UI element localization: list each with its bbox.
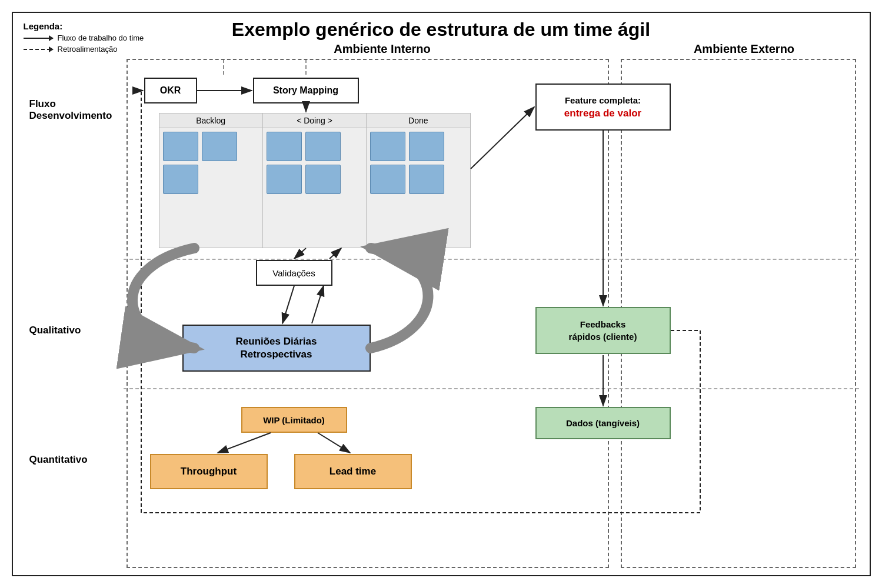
feature-text: Feature completa: entrega de valor <box>564 94 641 121</box>
kanban-card <box>370 165 405 194</box>
kanban-cards-row-6 <box>370 165 466 194</box>
kanban-body <box>159 128 470 248</box>
solid-arrow-icon <box>24 38 53 39</box>
reunioes-text: Reuniões Diárias Retrospectivas <box>236 335 317 361</box>
row-label-qualitativo: Qualitativo <box>29 325 81 336</box>
feature-box: Feature completa: entrega de valor <box>535 83 671 131</box>
leadtime-box: Lead time <box>294 454 412 489</box>
kanban-cards-row-1 <box>163 132 259 161</box>
col-header-externo: Ambiente Externo <box>630 42 859 56</box>
kanban-card <box>267 132 302 161</box>
dados-box: Dados (tangíveis) <box>535 407 671 439</box>
kanban-card <box>163 165 198 194</box>
throughput-box: Throughput <box>150 454 268 489</box>
kanban-cards-row-5 <box>370 132 466 161</box>
kanban-cards-row-4 <box>267 165 362 194</box>
kanban-lane-done <box>367 128 470 248</box>
validacoes-box: Validações <box>256 260 332 286</box>
row-label-fluxo: Fluxo Desenvolvimento <box>29 98 112 122</box>
kanban-col-doing: < Doing > <box>263 113 367 128</box>
feature-red-text: entrega de valor <box>564 106 641 121</box>
reunioes-box: Reuniões Diárias Retrospectivas <box>182 325 371 372</box>
row-divider-1 <box>124 259 859 260</box>
legend-title: Legenda: <box>24 21 144 31</box>
kanban-card <box>370 132 405 161</box>
main-container: Exemplo genérico de estrutura de um time… <box>12 12 871 576</box>
story-mapping-box: Story Mapping <box>253 78 359 103</box>
kanban-lane-backlog <box>159 128 263 248</box>
kanban-card <box>202 132 237 161</box>
kanban-cards-row-2 <box>163 165 259 194</box>
okr-box: OKR <box>144 78 197 103</box>
row-divider-2 <box>124 388 859 389</box>
solid-arrow-label: Fluxo de trabalho do time <box>58 34 144 42</box>
kanban-lane-doing <box>263 128 367 248</box>
kanban-card <box>267 165 302 194</box>
kanban-board: Backlog < Doing > Done <box>159 113 471 248</box>
diagram: Ambiente Interno Ambiente Externo Fluxo … <box>24 42 859 568</box>
kanban-cards-row-3 <box>267 132 362 161</box>
feedbacks-box: Feedbacks rápidos (cliente) <box>535 307 671 354</box>
kanban-header: Backlog < Doing > Done <box>159 113 470 128</box>
kanban-col-done: Done <box>367 113 470 128</box>
col-header-interno: Ambiente Interno <box>153 42 612 56</box>
page-title: Exemplo genérico de estrutura de um time… <box>19 19 864 41</box>
kanban-card <box>305 165 341 194</box>
kanban-card <box>163 132 198 161</box>
legend-solid-arrow-item: Fluxo de trabalho do time <box>24 34 144 42</box>
kanban-card <box>305 132 341 161</box>
wip-box: WIP (Limitado) <box>241 407 347 433</box>
row-label-quantitativo: Quantitativo <box>29 454 88 466</box>
kanban-card <box>409 165 444 194</box>
kanban-card <box>409 132 444 161</box>
feedbacks-text: Feedbacks rápidos (cliente) <box>569 318 637 343</box>
kanban-col-backlog: Backlog <box>159 113 263 128</box>
